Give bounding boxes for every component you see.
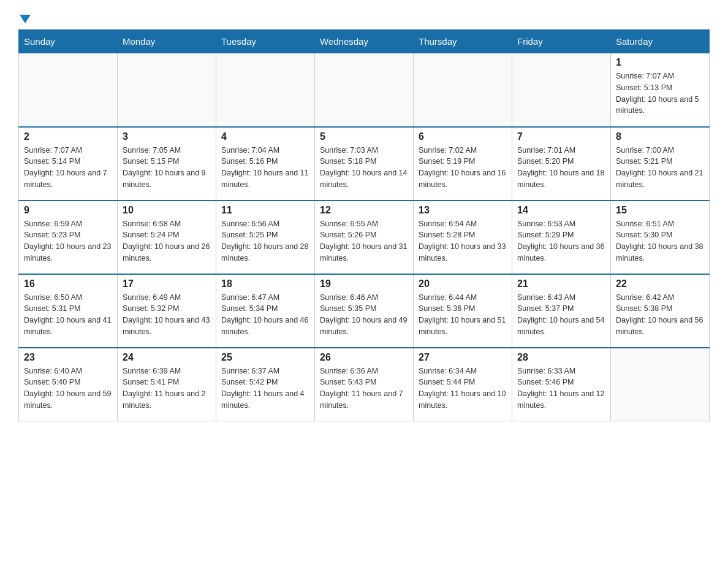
- day-number: 4: [221, 131, 309, 142]
- day-info: Sunrise: 6:55 AM Sunset: 5:26 PM Dayligh…: [320, 218, 408, 264]
- calendar-day-cell: 16Sunrise: 6:50 AM Sunset: 5:31 PM Dayli…: [19, 274, 118, 348]
- day-number: 3: [123, 131, 211, 142]
- calendar-day-cell: 18Sunrise: 6:47 AM Sunset: 5:34 PM Dayli…: [216, 274, 315, 348]
- day-info: Sunrise: 6:58 AM Sunset: 5:24 PM Dayligh…: [123, 218, 211, 264]
- day-info: Sunrise: 6:42 AM Sunset: 5:38 PM Dayligh…: [616, 292, 704, 338]
- day-number: 22: [616, 278, 704, 289]
- calendar-day-cell: 14Sunrise: 6:53 AM Sunset: 5:29 PM Dayli…: [512, 201, 611, 274]
- logo: [18, 12, 31, 23]
- day-info: Sunrise: 6:54 AM Sunset: 5:28 PM Dayligh…: [419, 218, 507, 264]
- day-info: Sunrise: 6:40 AM Sunset: 5:40 PM Dayligh…: [24, 366, 112, 412]
- calendar-week-row: 16Sunrise: 6:50 AM Sunset: 5:31 PM Dayli…: [19, 274, 710, 348]
- day-number: 26: [320, 352, 408, 363]
- day-number: 8: [616, 131, 704, 142]
- day-number: 10: [123, 205, 211, 216]
- page-header: [18, 12, 710, 23]
- calendar-day-cell: 5Sunrise: 7:03 AM Sunset: 5:18 PM Daylig…: [315, 127, 414, 201]
- calendar-day-cell: 22Sunrise: 6:42 AM Sunset: 5:38 PM Dayli…: [611, 274, 710, 348]
- day-number: 11: [221, 205, 309, 216]
- day-info: Sunrise: 7:03 AM Sunset: 5:18 PM Dayligh…: [320, 145, 408, 191]
- calendar-day-cell: [512, 53, 611, 127]
- day-number: 1: [616, 57, 704, 68]
- calendar-day-header: Sunday: [19, 30, 118, 53]
- day-number: 28: [517, 352, 605, 363]
- calendar-day-cell: 27Sunrise: 6:34 AM Sunset: 5:44 PM Dayli…: [414, 348, 512, 421]
- calendar-table: SundayMondayTuesdayWednesdayThursdayFrid…: [18, 29, 710, 421]
- day-number: 2: [24, 131, 112, 142]
- day-info: Sunrise: 7:00 AM Sunset: 5:21 PM Dayligh…: [616, 145, 704, 191]
- day-number: 21: [517, 278, 605, 289]
- day-info: Sunrise: 6:36 AM Sunset: 5:43 PM Dayligh…: [320, 366, 408, 412]
- calendar-day-cell: 15Sunrise: 6:51 AM Sunset: 5:30 PM Dayli…: [611, 201, 710, 274]
- calendar-week-row: 9Sunrise: 6:59 AM Sunset: 5:23 PM Daylig…: [19, 201, 710, 274]
- calendar-day-header: Monday: [118, 30, 216, 53]
- day-info: Sunrise: 7:07 AM Sunset: 5:13 PM Dayligh…: [616, 71, 704, 117]
- day-info: Sunrise: 6:46 AM Sunset: 5:35 PM Dayligh…: [320, 292, 408, 338]
- svg-marker-0: [20, 15, 31, 23]
- day-number: 20: [419, 278, 507, 289]
- calendar-day-cell: 2Sunrise: 7:07 AM Sunset: 5:14 PM Daylig…: [19, 127, 118, 201]
- day-number: 17: [123, 278, 211, 289]
- day-info: Sunrise: 6:47 AM Sunset: 5:34 PM Dayligh…: [221, 292, 309, 338]
- day-number: 7: [517, 131, 605, 142]
- logo-triangle-icon: [20, 12, 31, 23]
- day-number: 27: [419, 352, 507, 363]
- calendar-day-cell: 13Sunrise: 6:54 AM Sunset: 5:28 PM Dayli…: [414, 201, 512, 274]
- day-info: Sunrise: 6:53 AM Sunset: 5:29 PM Dayligh…: [517, 218, 605, 264]
- calendar-day-cell: 12Sunrise: 6:55 AM Sunset: 5:26 PM Dayli…: [315, 201, 414, 274]
- day-info: Sunrise: 6:39 AM Sunset: 5:41 PM Dayligh…: [123, 366, 211, 412]
- day-info: Sunrise: 6:56 AM Sunset: 5:25 PM Dayligh…: [221, 218, 309, 264]
- calendar-day-cell: 21Sunrise: 6:43 AM Sunset: 5:37 PM Dayli…: [512, 274, 611, 348]
- calendar-day-cell: 6Sunrise: 7:02 AM Sunset: 5:19 PM Daylig…: [414, 127, 512, 201]
- calendar-day-cell: [216, 53, 315, 127]
- calendar-day-cell: 19Sunrise: 6:46 AM Sunset: 5:35 PM Dayli…: [315, 274, 414, 348]
- calendar-day-cell: [19, 53, 118, 127]
- day-number: 14: [517, 205, 605, 216]
- calendar-day-cell: 9Sunrise: 6:59 AM Sunset: 5:23 PM Daylig…: [19, 201, 118, 274]
- calendar-day-header: Saturday: [611, 30, 710, 53]
- calendar-day-cell: 24Sunrise: 6:39 AM Sunset: 5:41 PM Dayli…: [118, 348, 216, 421]
- day-info: Sunrise: 6:33 AM Sunset: 5:46 PM Dayligh…: [517, 366, 605, 412]
- day-number: 5: [320, 131, 408, 142]
- calendar-day-header: Friday: [512, 30, 611, 53]
- day-info: Sunrise: 6:43 AM Sunset: 5:37 PM Dayligh…: [517, 292, 605, 338]
- calendar-day-cell: [414, 53, 512, 127]
- day-info: Sunrise: 7:07 AM Sunset: 5:14 PM Dayligh…: [24, 145, 112, 191]
- calendar-day-header: Thursday: [414, 30, 512, 53]
- day-number: 15: [616, 205, 704, 216]
- day-info: Sunrise: 6:44 AM Sunset: 5:36 PM Dayligh…: [419, 292, 507, 338]
- day-number: 16: [24, 278, 112, 289]
- day-info: Sunrise: 6:50 AM Sunset: 5:31 PM Dayligh…: [24, 292, 112, 338]
- day-number: 13: [419, 205, 507, 216]
- calendar-day-cell: 20Sunrise: 6:44 AM Sunset: 5:36 PM Dayli…: [414, 274, 512, 348]
- day-number: 19: [320, 278, 408, 289]
- calendar-day-cell: 4Sunrise: 7:04 AM Sunset: 5:16 PM Daylig…: [216, 127, 315, 201]
- day-info: Sunrise: 7:01 AM Sunset: 5:20 PM Dayligh…: [517, 145, 605, 191]
- day-number: 23: [24, 352, 112, 363]
- calendar-day-header: Tuesday: [216, 30, 315, 53]
- calendar-day-cell: 3Sunrise: 7:05 AM Sunset: 5:15 PM Daylig…: [118, 127, 216, 201]
- calendar-week-row: 2Sunrise: 7:07 AM Sunset: 5:14 PM Daylig…: [19, 127, 710, 201]
- calendar-day-cell: [611, 348, 710, 421]
- day-info: Sunrise: 7:02 AM Sunset: 5:19 PM Dayligh…: [419, 145, 507, 191]
- day-info: Sunrise: 7:04 AM Sunset: 5:16 PM Dayligh…: [221, 145, 309, 191]
- calendar-day-cell: 10Sunrise: 6:58 AM Sunset: 5:24 PM Dayli…: [118, 201, 216, 274]
- day-info: Sunrise: 6:49 AM Sunset: 5:32 PM Dayligh…: [123, 292, 211, 338]
- calendar-day-cell: 7Sunrise: 7:01 AM Sunset: 5:20 PM Daylig…: [512, 127, 611, 201]
- day-info: Sunrise: 7:05 AM Sunset: 5:15 PM Dayligh…: [123, 145, 211, 191]
- calendar-day-cell: 23Sunrise: 6:40 AM Sunset: 5:40 PM Dayli…: [19, 348, 118, 421]
- day-info: Sunrise: 6:34 AM Sunset: 5:44 PM Dayligh…: [419, 366, 507, 412]
- calendar-week-row: 1Sunrise: 7:07 AM Sunset: 5:13 PM Daylig…: [19, 53, 710, 127]
- calendar-day-cell: 17Sunrise: 6:49 AM Sunset: 5:32 PM Dayli…: [118, 274, 216, 348]
- day-number: 12: [320, 205, 408, 216]
- calendar-header-row: SundayMondayTuesdayWednesdayThursdayFrid…: [19, 30, 710, 53]
- calendar-day-cell: 26Sunrise: 6:36 AM Sunset: 5:43 PM Dayli…: [315, 348, 414, 421]
- calendar-week-row: 23Sunrise: 6:40 AM Sunset: 5:40 PM Dayli…: [19, 348, 710, 421]
- day-info: Sunrise: 6:59 AM Sunset: 5:23 PM Dayligh…: [24, 218, 112, 264]
- day-info: Sunrise: 6:37 AM Sunset: 5:42 PM Dayligh…: [221, 366, 309, 412]
- day-number: 18: [221, 278, 309, 289]
- day-number: 25: [221, 352, 309, 363]
- calendar-day-header: Wednesday: [315, 30, 414, 53]
- calendar-day-cell: 28Sunrise: 6:33 AM Sunset: 5:46 PM Dayli…: [512, 348, 611, 421]
- day-number: 24: [123, 352, 211, 363]
